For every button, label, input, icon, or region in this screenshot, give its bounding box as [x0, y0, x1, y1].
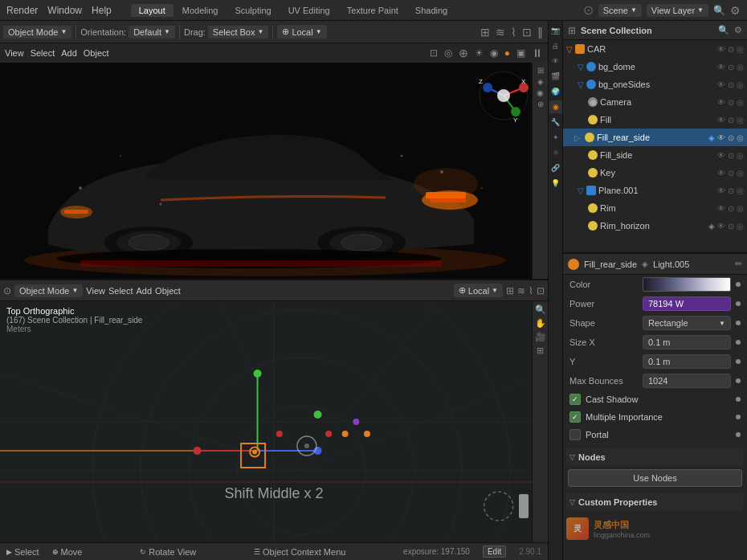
tab-uv-editing[interactable]: UV Editing [280, 4, 338, 17]
prop-icon-constraints[interactable]: 🔗 [549, 161, 562, 174]
prop-icon-particles[interactable]: ✦ [549, 131, 562, 144]
prop-edit-icon[interactable]: ✏ [735, 259, 742, 269]
drag-dropdown[interactable]: Select Box▼ [208, 26, 269, 39]
prop-icon-world[interactable]: 🌍 [549, 85, 562, 98]
sizex-value[interactable]: 0.1 m [643, 335, 731, 349]
sizey-value[interactable]: 0.1 m [643, 354, 731, 369]
select-status[interactable]: ▶Select [6, 547, 39, 557]
outliner-item-fill[interactable]: Fill 👁 ⊙ ◎ [563, 111, 747, 129]
view-icon-3[interactable]: ◉ [537, 88, 544, 97]
shape-dropdown[interactable]: Rectangle▼ [643, 316, 731, 330]
outliner-item-bgdome[interactable]: ▽ bg_dome 👁 ⊙ ◎ [563, 58, 747, 76]
prop-icon-data[interactable]: 💡 [549, 177, 562, 190]
svg-point-15 [79, 186, 82, 190]
cast-shadow-row[interactable]: ✓ Cast Shadow [563, 390, 747, 408]
tab-modeling[interactable]: Modeling [174, 4, 227, 17]
power-value[interactable]: 78194 W [643, 296, 731, 311]
object-mode-dropdown[interactable]: Object Mode▼ [3, 26, 71, 39]
tab-shading[interactable]: Shading [407, 4, 455, 17]
move-status[interactable]: ⊕Move [52, 547, 83, 557]
sizex-label: Size X [569, 337, 638, 347]
shape-dot [736, 321, 741, 325]
prop-icon-physics[interactable]: ⚛ [549, 146, 562, 159]
multiple-importance-checkbox[interactable]: ✓ [569, 411, 581, 423]
outliner-item-car[interactable]: ▽ CAR 👁 ⊙ ◎ [563, 40, 747, 58]
svg-point-65 [353, 419, 359, 425]
use-nodes-button[interactable]: Use Nodes [568, 469, 742, 487]
color-label: Color [569, 280, 638, 289]
grid-icon[interactable]: ⊞ [537, 345, 544, 356]
object-menu[interactable]: Object [84, 48, 109, 58]
outliner-item-rimhorizon[interactable]: Rim_horizon ◈ 👁 ⊙ ◎ [563, 217, 747, 235]
custom-props-header[interactable]: ▽ Custom Properties [566, 493, 744, 511]
render-menu[interactable]: Render [6, 5, 38, 16]
portal-checkbox[interactable] [569, 429, 581, 440]
prop-icon-scene[interactable]: 🎬 [549, 70, 562, 83]
nodes-section-header[interactable]: ▽ Nodes [566, 448, 744, 466]
add-menu[interactable]: Add [61, 48, 77, 58]
bottom-view-menu[interactable]: View [86, 286, 105, 296]
outliner-filter[interactable]: ⚙ [734, 25, 742, 35]
prop-icon-object[interactable]: ◉ [549, 100, 562, 113]
nodes-title: Nodes [578, 452, 606, 462]
bottom-add-menu[interactable]: Add [137, 286, 153, 296]
tab-layout[interactable]: Layout [131, 4, 173, 17]
bottom-mode-dropdown[interactable]: Object Mode▼ [14, 284, 83, 297]
bottom-select-menu[interactable]: Select [108, 286, 133, 296]
outliner-item-bgonesides[interactable]: ▽ bg_oneSides 👁 ⊙ ◎ [563, 76, 747, 93]
prop-object-name: Fill_rear_side [584, 260, 637, 269]
tab-sculpting[interactable]: Sculpting [227, 4, 279, 17]
prop-icon-output[interactable]: 🖨 [549, 39, 562, 52]
tab-texture-paint[interactable]: Texture Paint [339, 4, 406, 17]
outliner-search[interactable]: 🔍 [718, 25, 729, 35]
sizey-label: Y [569, 357, 638, 366]
pivot-dropdown[interactable]: ⊕Local▼ [277, 25, 326, 39]
rotate-status[interactable]: ↻Rotate View [140, 547, 196, 557]
outliner-item-key[interactable]: Key 👁 ⊙ ◎ [563, 164, 747, 182]
help-menu[interactable]: Help [92, 5, 112, 16]
maxbounces-value[interactable]: 1024 [643, 374, 731, 388]
outliner-item-fillside[interactable]: Fill_side 👁 ⊙ ◎ [563, 146, 747, 164]
outliner-fillrearside-name: Fill_rear_side [597, 133, 706, 142]
svg-point-54 [194, 447, 202, 455]
watermark-text: 灵感中国 [594, 519, 650, 531]
svg-point-62 [325, 431, 332, 437]
view-layer-selector[interactable]: View Layer▼ [647, 4, 708, 17]
svg-point-57 [252, 450, 257, 455]
outliner-item-fillrearside[interactable]: ▷ Fill_rear_side ◈ 👁 ⊙ ◎ [563, 129, 747, 146]
maxbounces-label: Max Bounces [569, 376, 638, 386]
color-dot [736, 282, 741, 287]
view-menu[interactable]: View [5, 48, 24, 58]
prop-icon-render[interactable]: 📷 [549, 24, 562, 37]
outliner-item-rim[interactable]: Rim 👁 ⊙ ◎ [563, 199, 747, 217]
watermark-sub: lingganchina.com [594, 531, 650, 539]
edit-button[interactable]: Edit [483, 546, 506, 558]
view-icon-4[interactable]: ⊕ [537, 100, 544, 108]
object-context-status[interactable]: ☰Object Context Menu [254, 547, 345, 557]
view-icon-2[interactable]: ◈ [537, 77, 544, 86]
orientation-dropdown[interactable]: Default▼ [129, 26, 175, 39]
scene-selector[interactable]: Scene▼ [598, 4, 642, 17]
svg-point-31 [483, 83, 492, 92]
local-pivot-dropdown[interactable]: ⊕Local▼ [454, 284, 503, 297]
svg-rect-22 [80, 260, 442, 267]
camera-icon-b[interactable]: 🎥 [535, 332, 546, 342]
view-icon-1[interactable]: ⊞ [537, 66, 544, 75]
window-menu[interactable]: Window [47, 5, 82, 16]
color-swatch[interactable] [643, 277, 731, 292]
outliner-rim-name: Rim [600, 203, 715, 213]
zoom-icon[interactable]: 🔍 [535, 305, 546, 315]
prop-icon-modifier[interactable]: 🔧 [549, 116, 562, 129]
outliner-bgdome-name: bg_dome [598, 62, 715, 72]
outliner-item-plane001[interactable]: ▽ Plane.001 👁 ⊙ ◎ [563, 182, 747, 199]
select-menu[interactable]: Select [31, 48, 55, 58]
cast-shadow-checkbox[interactable]: ✓ [569, 394, 581, 405]
prop-icon-view[interactable]: 👁 [549, 55, 562, 67]
svg-point-19 [481, 187, 483, 189]
portal-row[interactable]: Portal [563, 426, 747, 444]
hand-icon[interactable]: ✋ [535, 318, 546, 329]
outliner-item-camera[interactable]: ◎ Camera 👁 ⊙ ◎ [563, 93, 747, 111]
bottom-object-menu[interactable]: Object [155, 286, 181, 296]
shape-label: Shape [569, 318, 638, 328]
multiple-importance-row[interactable]: ✓ Multiple Importance [563, 408, 747, 426]
